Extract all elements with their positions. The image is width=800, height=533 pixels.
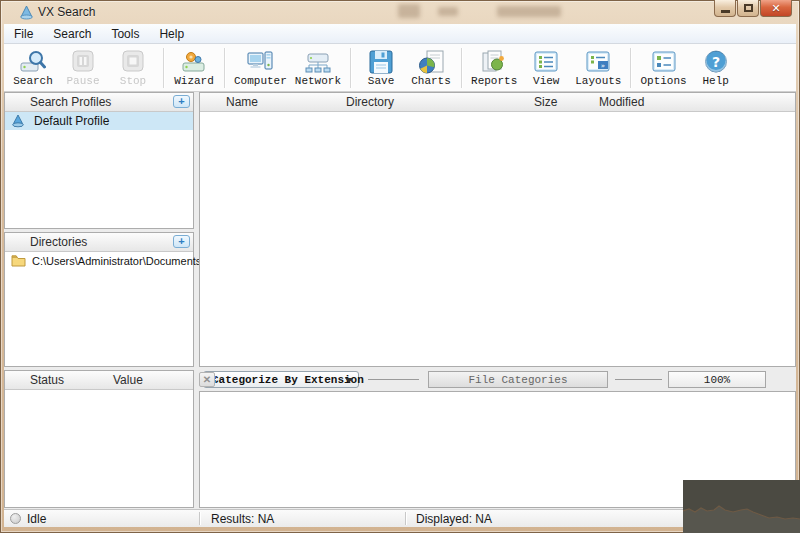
blurred-watermark [398,4,420,18]
close-categories-button[interactable]: ✕ [199,372,215,387]
chevron-down-icon [345,378,353,383]
search-profile-icon [11,114,25,131]
toolbar-button-options[interactable]: Options [636,45,690,90]
results-column-directory[interactable]: Directory [346,95,394,109]
toolbar-button-wizard[interactable]: Wizard [169,45,219,90]
toolbar-separator [224,48,225,88]
menu-search[interactable]: Search [43,25,101,43]
toolbar-label-layouts: Layouts [575,75,621,87]
toolbar-separator [163,48,164,88]
toolbar-button-charts[interactable]: Charts [406,45,456,90]
save-icon [368,50,394,74]
blurred-watermark [497,6,561,17]
toolbar-button-layouts[interactable]: »Layouts [571,45,625,90]
results-column-size[interactable]: Size [534,95,557,109]
toolbar: SearchPauseStopWizardComputerNetworkSave… [4,44,796,92]
toolbar-button-search[interactable]: Search [8,45,58,90]
menu-tools[interactable]: Tools [101,25,149,43]
add-profile-button[interactable]: + [173,95,190,108]
status-bar: Idle Results: NA Displayed: NA [4,509,796,527]
menu-file[interactable]: File [4,25,43,43]
directory-item[interactable]: C:\Users\Administrator\Documents [5,252,193,270]
toolbar-label-options: Options [640,75,686,87]
divider-line [368,379,419,380]
directories-header: Directories + [5,233,193,252]
results-column-modified[interactable]: Modified [599,95,644,109]
options-icon [651,50,677,74]
results-panel: NameDirectorySizeModified [199,92,796,367]
minimize-button[interactable] [714,0,736,17]
add-directory-button[interactable]: + [173,235,190,248]
titlebar[interactable]: VX Search ✕ [0,0,800,24]
profile-item[interactable]: Default Profile [5,112,193,130]
status-column-value[interactable]: Value [113,373,143,387]
network-icon [305,50,331,74]
categorize-dropdown[interactable]: Categorize By Extension [203,371,359,388]
toolbar-button-save[interactable]: Save [356,45,406,90]
toolbar-button-pause[interactable]: Pause [58,45,108,90]
displayed-count-text: Displayed: NA [416,512,492,526]
toolbar-button-stop[interactable]: Stop [108,45,158,90]
status-table-header: StatusValue [5,371,193,390]
blurred-watermark [438,7,458,16]
toolbar-label-network: Network [295,75,341,87]
toolbar-button-network[interactable]: Network [291,45,345,90]
content-area: Search Profiles + Default Profile Direct… [4,92,796,509]
folder-icon [11,254,26,270]
toolbar-label-search: Search [13,75,53,87]
maximize-icon [744,4,753,12]
svg-text:»: » [601,61,605,69]
status-state-cell: Idle [4,510,199,527]
results-table-header: NameDirectorySizeModified [200,93,795,112]
close-small-icon: ✕ [203,374,211,385]
status-column-status[interactable]: Status [30,373,64,387]
toolbar-separator [350,48,351,88]
menu-bar: FileSearchToolsHelp [4,24,796,44]
directories-title: Directories [30,235,87,249]
search-profiles-header: Search Profiles + [5,93,193,112]
minimize-icon [721,10,730,13]
charts-icon [418,50,444,74]
wizard-icon [181,50,207,74]
window-title: VX Search [38,5,95,19]
zoom-level-button[interactable]: 100% [668,371,766,388]
toolbar-separator [461,48,462,88]
view-icon [533,50,559,74]
window-controls: ✕ [714,0,792,17]
toolbar-button-view[interactable]: View [521,45,571,90]
toolbar-button-reports[interactable]: Reports [467,45,521,90]
toolbar-label-wizard: Wizard [174,75,214,87]
toolbar-label-computer: Computer [234,75,287,87]
results-column-name[interactable]: Name [226,95,258,109]
directories-list: C:\Users\Administrator\Documents [5,252,193,270]
status-panel: StatusValue [4,370,194,508]
categories-toolbar: Categorize By Extension File Categories … [199,370,796,389]
toolbar-label-stop: Stop [120,75,146,87]
directories-panel: Directories + C:\Users\Administrator\Doc… [4,232,194,367]
status-state-text: Idle [27,512,46,526]
file-categories-button[interactable]: File Categories [428,371,608,388]
idle-status-icon [10,513,21,524]
maximize-button[interactable] [737,0,759,17]
toolbar-separator [630,48,631,88]
pause-icon [70,50,96,74]
toolbar-label-reports: Reports [471,75,517,87]
close-button[interactable]: ✕ [760,0,792,17]
vx-search-window: VX Search ✕ FileSearchToolsHelp SearchPa… [0,0,800,533]
toolbar-button-computer[interactable]: Computer [230,45,291,90]
help-icon: ? [703,50,729,74]
layouts-icon: » [585,50,611,74]
directory-item-label: C:\Users\Administrator\Documents [32,255,201,267]
results-count-text: Results: NA [211,512,274,526]
toolbar-label-help: Help [702,75,728,87]
search-profiles-panel: Search Profiles + Default Profile [4,92,194,229]
toolbar-button-help[interactable]: ?Help [691,45,741,90]
menu-help[interactable]: Help [149,25,194,43]
app-logo-icon [19,5,34,20]
close-icon: ✕ [771,3,780,14]
divider-line [615,379,662,380]
search-profiles-title: Search Profiles [30,95,111,109]
stop-icon [120,50,146,74]
toolbar-label-charts: Charts [411,75,451,87]
categorize-label: Categorize By Extension [212,374,364,386]
